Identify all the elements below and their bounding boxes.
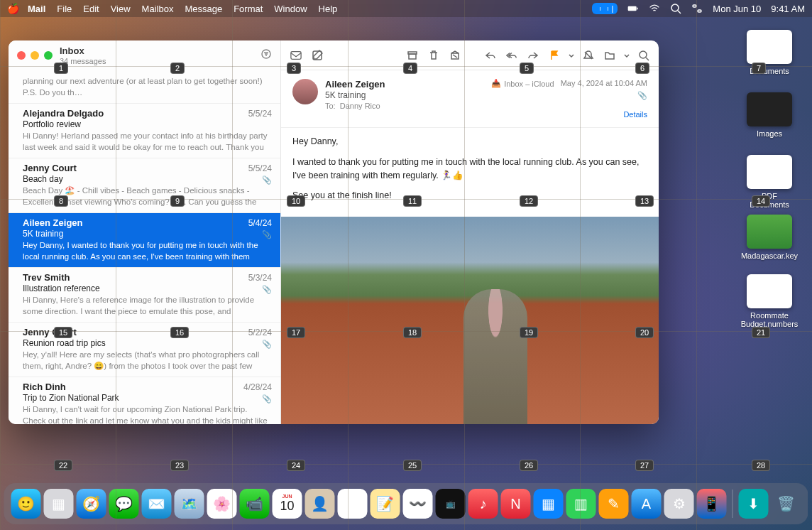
svg-rect-4 [693, 5, 696, 7]
attachment-icon: 📎 [262, 175, 272, 185]
dock-mail[interactable]: ✉️ [142, 489, 172, 519]
menu-format[interactable]: Format [234, 4, 263, 14]
menu-mailbox[interactable]: Mailbox [142, 4, 174, 14]
dock-appstore[interactable]: A [632, 489, 662, 519]
dock-tv[interactable]: 📺 [436, 489, 466, 519]
sender-name: Alejandra Delgado [23, 108, 104, 119]
dock-downloads[interactable]: ⬇ [739, 489, 769, 519]
dock-photos[interactable]: 🌸 [207, 489, 237, 519]
message-item[interactable]: Jenny Court5/5/24Beach dayBeach Day 🏖️ -… [9, 158, 280, 213]
menu-help[interactable]: Help [319, 4, 338, 14]
body-paragraph: Hey Danny, [292, 135, 647, 148]
message-item[interactable]: Alejandra Delgado5/5/24Portfolio reviewH… [9, 104, 280, 158]
search-icon[interactable] [636, 48, 652, 63]
apple-menu-icon[interactable]: 🍎 [7, 3, 19, 14]
menu-edit[interactable]: Edit [83, 4, 99, 14]
desktop-item-documents[interactable]: Documents [741, 30, 798, 75]
body-paragraph: I wanted to thank you for putting me in … [292, 156, 647, 183]
flag-icon[interactable] [547, 48, 562, 63]
message-item[interactable]: Jenny Court5/2/24Reunion road trip picsH… [9, 323, 280, 377]
sender-avatar[interactable] [292, 79, 318, 104]
message-item[interactable]: Rich Dinh4/28/24Trip to Zion National Pa… [9, 377, 280, 424]
dock-facetime[interactable]: 📹 [240, 489, 270, 519]
message-subject: 5K training [325, 90, 484, 100]
message-item[interactable]: Trev Smith5/3/24Illustration referenceHi… [9, 268, 280, 323]
message-preview: Hi Danny! Herland passed me your contact… [23, 131, 272, 152]
desktop-item-madagascar-key[interactable]: Madagascar.key [741, 215, 798, 260]
spotlight-icon[interactable] [670, 3, 681, 14]
menu-app-name[interactable]: Mail [28, 4, 45, 14]
message-body: Hey Danny,I wanted to thank you for putt… [281, 128, 659, 217]
file-label: Images [757, 129, 782, 138]
reply-all-icon[interactable] [504, 48, 520, 63]
close-window-button[interactable] [17, 51, 26, 60]
attachment-icon[interactable]: 📎 [491, 91, 647, 100]
menu-window[interactable]: Window [274, 4, 307, 14]
message-subject: Reunion road trip pics [23, 338, 272, 348]
menubar-time[interactable]: 9:41 AM [771, 4, 805, 14]
dock-reminders[interactable]: ☰ [338, 489, 368, 519]
message-list[interactable]: planning our next adventure (or at least… [9, 70, 280, 424]
new-message-icon[interactable] [309, 48, 325, 63]
message-item[interactable]: planning our next adventure (or at least… [9, 70, 280, 104]
mailbox-indicator[interactable]: 📥 Inbox – iCloud [491, 79, 554, 88]
message-preview: Hi Danny, Here's a reference image for t… [23, 295, 272, 316]
dock-numbers[interactable]: ▥ [566, 489, 596, 519]
menu-view[interactable]: View [111, 4, 131, 14]
dock-finder[interactable]: 🙂 [11, 489, 41, 519]
dock-music[interactable]: ♪ [468, 489, 498, 519]
wifi-icon[interactable] [649, 3, 660, 14]
dock-pages[interactable]: ✎ [599, 489, 629, 519]
toolbar [281, 40, 659, 70]
move-icon[interactable] [602, 48, 618, 63]
body-paragraph: See you at the finish line! [292, 189, 647, 202]
dock-keynote[interactable]: ▦ [534, 489, 564, 519]
attachment-image[interactable] [281, 217, 659, 424]
desktop-item-pdf-documents[interactable]: PDF Documents [741, 155, 798, 209]
dock-freeform[interactable]: 〰️ [403, 489, 433, 519]
dock-trash[interactable]: 🗑️ [772, 489, 801, 519]
sender-name: Aileen Zeigen [23, 217, 83, 228]
control-center-icon[interactable] [691, 3, 703, 14]
from-name: Aileen Zeigen [325, 79, 484, 90]
dock-safari[interactable]: 🧭 [77, 489, 106, 519]
dock-calendar[interactable]: JUN10 [273, 489, 302, 519]
menu-file[interactable]: File [57, 4, 72, 14]
menubar-date[interactable]: Mon Jun 10 [713, 4, 761, 14]
dock-launchpad[interactable]: ▦ [44, 489, 74, 519]
desktop-item-roommate-budget-numbers[interactable]: Roommate Budget.numbers [741, 274, 798, 328]
compose-icon[interactable] [288, 48, 304, 63]
message-preview: Hey Danny, I wanted to thank you for put… [23, 240, 272, 261]
dock-news[interactable]: N [501, 489, 531, 519]
message-item[interactable]: Aileen Zeigen5/4/245K trainingHey Danny,… [9, 213, 280, 268]
reply-icon[interactable] [483, 48, 498, 63]
flag-dropdown-icon[interactable] [568, 48, 575, 63]
dock-iphone-mirror[interactable]: 📱 [697, 489, 727, 519]
filter-icon[interactable] [260, 48, 272, 63]
message-date: 5/4/24 [248, 218, 272, 228]
attachment-icon: 📎 [262, 394, 272, 404]
junk-icon[interactable] [447, 48, 463, 63]
dock-maps[interactable]: 🗺️ [175, 489, 204, 519]
move-dropdown-icon[interactable] [623, 48, 630, 63]
archive-icon[interactable] [405, 48, 420, 63]
file-thumb [747, 30, 792, 64]
battery-icon[interactable] [627, 3, 639, 14]
dock-settings[interactable]: ⚙ [664, 489, 694, 519]
menu-message[interactable]: Message [185, 4, 222, 14]
dock-messages[interactable]: 💬 [109, 489, 139, 519]
desktop-item-images[interactable]: Images [741, 92, 798, 138]
file-label: Madagascar.key [741, 252, 798, 260]
zoom-window-button[interactable] [44, 51, 53, 60]
details-link[interactable]: Details [491, 110, 647, 119]
dock-contacts[interactable]: 👤 [305, 489, 335, 519]
minimize-window-button[interactable] [31, 51, 39, 60]
forward-icon[interactable] [525, 48, 541, 63]
message-subject: Portfolio review [23, 119, 272, 129]
siri-icon[interactable]: ၊၊| [592, 3, 618, 14]
dock-notes[interactable]: 📝 [371, 489, 400, 519]
list-header: Inbox 34 messages [9, 40, 280, 70]
dock: 🙂▦🧭💬✉️🗺️🌸📹JUN10👤☰📝〰️📺♪N▦▥✎A⚙📱⬇🗑️ [4, 483, 808, 524]
trash-icon[interactable] [426, 48, 441, 63]
mute-icon[interactable] [581, 48, 596, 63]
